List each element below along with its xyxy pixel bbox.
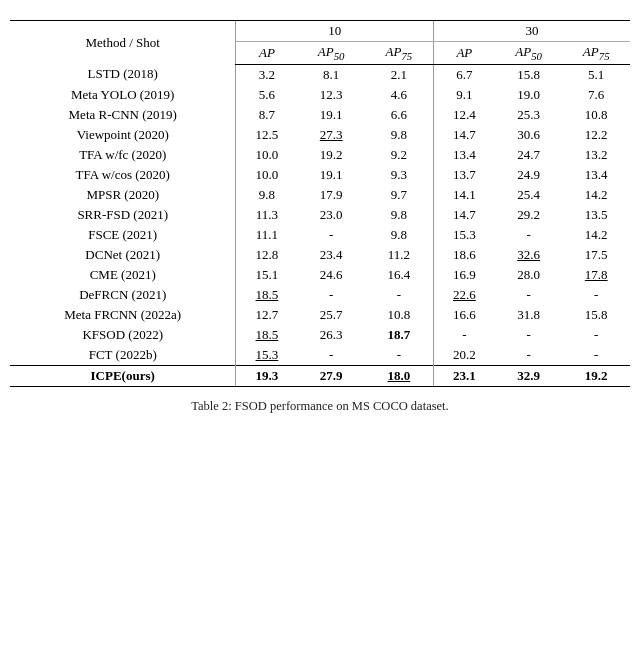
- value-cell: 17.9: [297, 185, 365, 205]
- ap50-30-header: AP50: [495, 42, 563, 65]
- method-cell: SRR-FSD (2021): [10, 205, 236, 225]
- value-cell: 9.2: [365, 145, 433, 165]
- table-row: KFSOD (2022)18.526.318.7---: [10, 325, 630, 345]
- value-cell: 16.9: [433, 265, 494, 285]
- ap-10-header: AP: [236, 42, 297, 65]
- value-cell: 24.9: [495, 165, 563, 185]
- value-cell: 32.6: [495, 245, 563, 265]
- value-cell: 9.8: [365, 225, 433, 245]
- method-cell: MPSR (2020): [10, 185, 236, 205]
- value-cell: 10.0: [236, 145, 297, 165]
- value-cell: 13.7: [433, 165, 494, 185]
- value-cell: 8.7: [236, 105, 297, 125]
- value-cell: 9.8: [365, 205, 433, 225]
- group-10-header: 10: [236, 21, 433, 42]
- table-row: FCT (2022b)15.3--20.2--: [10, 345, 630, 366]
- value-cell: 9.8: [365, 125, 433, 145]
- value-cell: -: [562, 285, 630, 305]
- value-cell: -: [297, 345, 365, 366]
- value-cell: 12.8: [236, 245, 297, 265]
- value-cell: 27.9: [297, 365, 365, 386]
- value-cell: -: [495, 345, 563, 366]
- table-row: SRR-FSD (2021)11.323.09.814.729.213.5: [10, 205, 630, 225]
- value-cell: 17.5: [562, 245, 630, 265]
- ap75-10-header: AP75: [365, 42, 433, 65]
- value-cell: 13.4: [433, 145, 494, 165]
- value-cell: -: [495, 285, 563, 305]
- value-cell: 18.5: [236, 285, 297, 305]
- method-cell: Meta R-CNN (2019): [10, 105, 236, 125]
- value-cell: -: [365, 345, 433, 366]
- value-cell: 26.3: [297, 325, 365, 345]
- table-row: DeFRCN (2021)18.5--22.6--: [10, 285, 630, 305]
- table-row: Viewpoint (2020)12.527.39.814.730.612.2: [10, 125, 630, 145]
- value-cell: 11.2: [365, 245, 433, 265]
- value-cell: 23.4: [297, 245, 365, 265]
- table-row: Meta YOLO (2019)5.612.34.69.119.07.6: [10, 85, 630, 105]
- value-cell: 25.7: [297, 305, 365, 325]
- table-row: TFA w/fc (2020)10.019.29.213.424.713.2: [10, 145, 630, 165]
- value-cell: 18.0: [365, 365, 433, 386]
- method-cell: ICPE(ours): [10, 365, 236, 386]
- ap-30-header: AP: [433, 42, 494, 65]
- table-row: CME (2021)15.124.616.416.928.017.8: [10, 265, 630, 285]
- value-cell: 14.1: [433, 185, 494, 205]
- table-row: MPSR (2020)9.817.99.714.125.414.2: [10, 185, 630, 205]
- value-cell: -: [562, 325, 630, 345]
- value-cell: 6.6: [365, 105, 433, 125]
- value-cell: 19.3: [236, 365, 297, 386]
- value-cell: 19.2: [562, 365, 630, 386]
- value-cell: 13.4: [562, 165, 630, 185]
- value-cell: 10.0: [236, 165, 297, 185]
- value-cell: 15.3: [433, 225, 494, 245]
- method-cell: DCNet (2021): [10, 245, 236, 265]
- method-cell: DeFRCN (2021): [10, 285, 236, 305]
- value-cell: 9.7: [365, 185, 433, 205]
- value-cell: 14.7: [433, 205, 494, 225]
- value-cell: 12.4: [433, 105, 494, 125]
- value-cell: 28.0: [495, 265, 563, 285]
- value-cell: 11.1: [236, 225, 297, 245]
- method-cell: FSCE (2021): [10, 225, 236, 245]
- ap75-30-header: AP75: [562, 42, 630, 65]
- value-cell: 12.3: [297, 85, 365, 105]
- method-shot-header: Method / Shot: [10, 21, 236, 65]
- value-cell: 18.5: [236, 325, 297, 345]
- value-cell: 7.6: [562, 85, 630, 105]
- value-cell: 19.2: [297, 145, 365, 165]
- method-cell: LSTD (2018): [10, 64, 236, 85]
- value-cell: 4.6: [365, 85, 433, 105]
- value-cell: 10.8: [562, 105, 630, 125]
- table-row: FSCE (2021)11.1-9.815.3-14.2: [10, 225, 630, 245]
- value-cell: 25.4: [495, 185, 563, 205]
- value-cell: 10.8: [365, 305, 433, 325]
- value-cell: 29.2: [495, 205, 563, 225]
- value-cell: 9.8: [236, 185, 297, 205]
- value-cell: 5.6: [236, 85, 297, 105]
- value-cell: -: [297, 225, 365, 245]
- value-cell: 15.3: [236, 345, 297, 366]
- value-cell: 23.1: [433, 365, 494, 386]
- value-cell: 11.3: [236, 205, 297, 225]
- value-cell: 3.2: [236, 64, 297, 85]
- table-row: ICPE(ours)19.327.918.023.132.919.2: [10, 365, 630, 386]
- value-cell: 8.1: [297, 64, 365, 85]
- method-cell: FCT (2022b): [10, 345, 236, 366]
- value-cell: 14.2: [562, 225, 630, 245]
- table-row: TFA w/cos (2020)10.019.19.313.724.913.4: [10, 165, 630, 185]
- value-cell: 25.3: [495, 105, 563, 125]
- value-cell: 15.1: [236, 265, 297, 285]
- value-cell: -: [365, 285, 433, 305]
- value-cell: 23.0: [297, 205, 365, 225]
- method-cell: TFA w/cos (2020): [10, 165, 236, 185]
- value-cell: 13.2: [562, 145, 630, 165]
- value-cell: 12.2: [562, 125, 630, 145]
- value-cell: 5.1: [562, 64, 630, 85]
- value-cell: 15.8: [495, 64, 563, 85]
- table-row: LSTD (2018)3.28.12.16.715.85.1: [10, 64, 630, 85]
- ap50-10-header: AP50: [297, 42, 365, 65]
- method-cell: CME (2021): [10, 265, 236, 285]
- value-cell: 12.5: [236, 125, 297, 145]
- table-caption: Table 2: FSOD performance on MS COCO dat…: [10, 399, 630, 414]
- value-cell: 18.6: [433, 245, 494, 265]
